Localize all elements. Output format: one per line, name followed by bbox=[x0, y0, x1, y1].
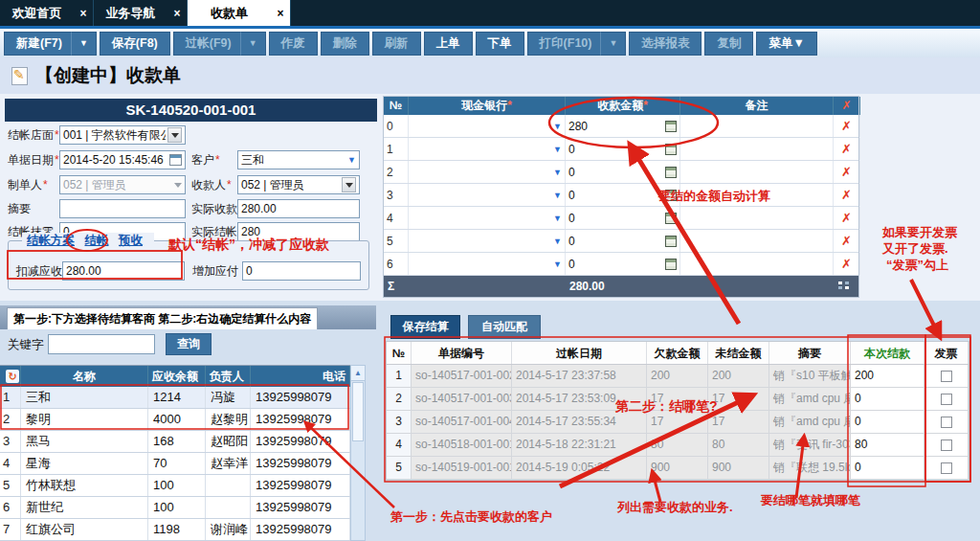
tab-receipt[interactable]: 收款单 × bbox=[188, 0, 291, 26]
note-cell[interactable] bbox=[680, 138, 834, 160]
amount-cell[interactable]: 0 bbox=[566, 207, 680, 229]
prev-doc-button[interactable]: 上单 bbox=[424, 32, 473, 56]
bank-cell[interactable]: ▼ bbox=[409, 184, 566, 206]
chevron-down-icon[interactable] bbox=[167, 127, 182, 143]
chevron-down-icon[interactable] bbox=[342, 177, 356, 192]
date-input[interactable]: 2014-5-20 15:45:46 bbox=[59, 150, 186, 169]
keyword-input[interactable] bbox=[48, 334, 155, 354]
invoice-checkbox[interactable] bbox=[941, 440, 952, 451]
this-settle-input[interactable]: 200 bbox=[851, 365, 924, 387]
close-icon[interactable]: × bbox=[271, 7, 290, 20]
customer-row[interactable]: 7红旗公司1198谢润峰13925998079 bbox=[0, 519, 350, 541]
note-cell[interactable] bbox=[680, 161, 834, 183]
calculator-icon[interactable] bbox=[665, 213, 677, 224]
note-cell[interactable] bbox=[680, 115, 834, 137]
add-payable-input[interactable]: 0 bbox=[242, 261, 361, 281]
customer-row[interactable]: 5竹林联想10013925998079 bbox=[0, 475, 350, 497]
bank-cell[interactable]: ▼ bbox=[409, 230, 566, 252]
calendar-icon[interactable] bbox=[169, 154, 182, 166]
cash-row[interactable]: 1 ▼ 0 ✗ bbox=[384, 138, 858, 161]
this-settle-input[interactable]: 0 bbox=[851, 411, 924, 433]
invoice-checkbox[interactable] bbox=[941, 462, 952, 474]
amount-cell[interactable]: 0 bbox=[566, 230, 680, 252]
query-button[interactable]: 查询 bbox=[166, 333, 212, 355]
payee-select[interactable]: 052 | 管理员 bbox=[237, 175, 360, 194]
delete-row-icon[interactable]: ✗ bbox=[836, 165, 857, 179]
customer-row[interactable]: 2黎明4000赵黎明13925998079 bbox=[0, 409, 350, 431]
menu-button[interactable]: 菜单▼ bbox=[756, 32, 816, 56]
auto-match-button[interactable]: 自动匹配 bbox=[468, 315, 541, 339]
calculator-icon[interactable] bbox=[665, 167, 677, 178]
close-icon[interactable]: × bbox=[167, 7, 187, 20]
dropdown-triangle-icon[interactable]: ▼ bbox=[347, 151, 356, 169]
close-icon[interactable]: × bbox=[74, 7, 93, 20]
advance-link[interactable]: 预收 bbox=[119, 234, 143, 247]
received-input[interactable]: 280.00 bbox=[237, 199, 360, 218]
dropdown-triangle-icon[interactable]: ▼ bbox=[553, 259, 562, 269]
customer-dropdown[interactable]: 三和 ▼ bbox=[237, 150, 360, 169]
bank-cell[interactable]: ▼ bbox=[409, 161, 566, 183]
invoice-checkbox[interactable] bbox=[941, 371, 952, 382]
store-select[interactable]: 001 | 宇然软件有限公 bbox=[59, 125, 186, 145]
cash-row[interactable]: 5 ▼ 0 ✗ bbox=[384, 230, 858, 253]
save-button[interactable]: 保存(F8) bbox=[100, 32, 170, 56]
grid-handle-icon[interactable] bbox=[834, 280, 860, 294]
invoice-checkbox[interactable] bbox=[941, 417, 952, 428]
dropdown-triangle-icon[interactable]: ▼ bbox=[553, 168, 562, 177]
delete-row-icon[interactable]: ✗ bbox=[836, 119, 857, 133]
cash-row[interactable]: 0 ▼ 280 ✗ bbox=[384, 115, 858, 138]
calculator-icon[interactable] bbox=[665, 259, 677, 270]
customer-row[interactable]: 3黑马168赵昭阳13925998079 bbox=[0, 431, 350, 453]
cash-row[interactable]: 6 ▼ 0 ✗ bbox=[384, 253, 858, 276]
bank-cell[interactable]: ▼ bbox=[409, 253, 566, 275]
settlement-row[interactable]: 1so-140517-001-0022014-5-17 23:37:582002… bbox=[387, 365, 969, 388]
customer-row[interactable]: 6新世纪10013925998079 bbox=[0, 497, 350, 519]
bank-cell[interactable]: ▼ bbox=[409, 207, 566, 229]
calculator-icon[interactable] bbox=[665, 121, 677, 132]
tab-business-nav[interactable]: 业务导航 × bbox=[94, 0, 188, 26]
settle-link[interactable]: 结帐 bbox=[84, 234, 108, 247]
scrollbar[interactable]: ▲ bbox=[350, 365, 366, 541]
invoice-checkbox[interactable] bbox=[941, 394, 952, 405]
settlement-row[interactable]: 5so-140519-001-0012014-5-19 0:05:2290090… bbox=[387, 457, 969, 480]
delete-row-icon[interactable]: ✗ bbox=[836, 234, 857, 248]
new-dropdown-icon[interactable]: ▼ bbox=[71, 32, 97, 56]
this-settle-input[interactable]: 0 bbox=[851, 388, 924, 410]
this-settle-input[interactable]: 80 bbox=[851, 434, 924, 456]
note-cell[interactable] bbox=[680, 207, 834, 229]
dropdown-triangle-icon[interactable]: ▼ bbox=[553, 237, 562, 246]
cash-row[interactable]: 4 ▼ 0 ✗ bbox=[384, 207, 858, 230]
amount-cell[interactable]: 0 bbox=[566, 138, 680, 160]
dropdown-triangle-icon[interactable]: ▼ bbox=[553, 191, 562, 200]
scheme-link[interactable]: 结帐方案 bbox=[27, 234, 75, 247]
cash-row[interactable]: 2 ▼ 0 ✗ bbox=[384, 161, 858, 184]
deduct-receivable-input[interactable]: 280.00 bbox=[62, 261, 185, 281]
cash-row[interactable]: 3 ▼ 0 ✗ bbox=[384, 184, 858, 207]
customer-row[interactable]: 1三和1214冯旋13925998079 bbox=[0, 387, 350, 409]
delete-row-icon[interactable]: ✗ bbox=[836, 257, 857, 271]
tab-welcome[interactable]: 欢迎首页 × bbox=[0, 0, 94, 26]
scroll-thumb[interactable] bbox=[352, 382, 364, 441]
bank-cell[interactable]: ▼ bbox=[409, 115, 566, 137]
scroll-up-icon[interactable]: ▲ bbox=[351, 366, 365, 381]
calculator-icon[interactable] bbox=[665, 144, 677, 155]
settlement-row[interactable]: 4so-140518-001-0012014-5-18 22:31:218080… bbox=[387, 434, 969, 457]
refresh-icon[interactable]: ↻ bbox=[6, 370, 19, 383]
summary-input[interactable] bbox=[59, 199, 186, 218]
save-settlement-button[interactable]: 保存结算 bbox=[390, 315, 460, 339]
customer-row[interactable]: 4星海70赵幸洋13925998079 bbox=[0, 453, 350, 475]
delete-row-icon[interactable]: ✗ bbox=[836, 188, 857, 202]
dropdown-triangle-icon[interactable]: ▼ bbox=[553, 214, 562, 223]
dropdown-triangle-icon[interactable]: ▼ bbox=[553, 145, 562, 154]
bank-cell[interactable]: ▼ bbox=[409, 138, 566, 160]
next-doc-button[interactable]: 下单 bbox=[476, 32, 524, 56]
amount-cell[interactable]: 280 bbox=[566, 115, 680, 137]
note-cell[interactable] bbox=[680, 230, 834, 252]
this-settle-input[interactable]: 0 bbox=[851, 457, 924, 479]
delete-row-icon[interactable]: ✗ bbox=[836, 142, 857, 156]
dropdown-triangle-icon[interactable]: ▼ bbox=[553, 122, 562, 131]
new-button[interactable]: 新建(F7) bbox=[4, 32, 75, 56]
note-cell[interactable] bbox=[680, 253, 834, 275]
calculator-icon[interactable] bbox=[665, 236, 677, 247]
amount-cell[interactable]: 0 bbox=[566, 253, 680, 275]
